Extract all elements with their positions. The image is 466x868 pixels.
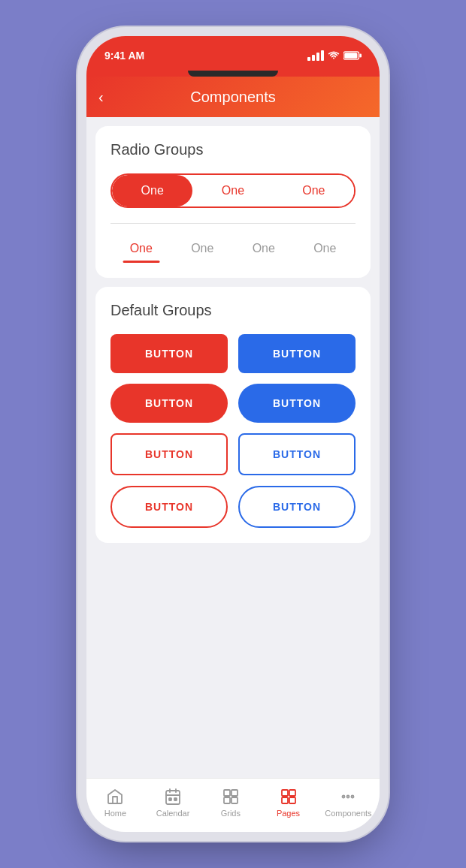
components-icon: [338, 787, 358, 806]
notch-area: [86, 69, 380, 77]
btn-blue-outline[interactable]: BUTTON: [238, 433, 356, 475]
btn-blue-outline-round[interactable]: BUTTON: [238, 486, 356, 528]
notch: [188, 71, 278, 77]
divider: [110, 223, 356, 224]
btn-red-solid-round[interactable]: BUTTON: [110, 384, 228, 423]
nav-grids-label: Grids: [221, 809, 241, 818]
radio-underline-item-2[interactable]: One: [172, 236, 234, 263]
svg-rect-9: [231, 797, 238, 803]
radio-underline-item-3[interactable]: One: [233, 236, 295, 263]
bottom-nav: Home Calendar: [86, 778, 380, 832]
svg-rect-4: [169, 798, 171, 800]
page-title: Components: [190, 89, 275, 106]
default-groups-title: Default Groups: [110, 302, 356, 319]
nav-home-label: Home: [104, 809, 126, 818]
status-icons: [307, 50, 362, 61]
svg-rect-13: [289, 797, 295, 803]
nav-calendar[interactable]: Calendar: [152, 787, 194, 818]
svg-rect-1: [359, 53, 362, 57]
status-bar: 9:41 AM: [86, 36, 380, 69]
btn-red-outline-round[interactable]: BUTTON: [110, 486, 228, 528]
battery-icon: [343, 51, 362, 60]
button-grid: BUTTON BUTTON BUTTON BUTTON BUTTON BUTTO…: [110, 334, 356, 528]
calendar-icon: [163, 787, 183, 806]
phone-outer: 9:41 AM: [0, 0, 466, 868]
home-icon: [105, 787, 125, 806]
radio-groups-card: Radio Groups One One One One One One One: [95, 126, 371, 278]
back-button[interactable]: ‹: [98, 89, 104, 106]
signal-icon: [307, 50, 324, 61]
svg-rect-10: [282, 790, 288, 796]
main-content: Radio Groups One One One One One One One: [86, 117, 380, 778]
radio-underline-item-4[interactable]: One: [295, 236, 356, 263]
radio-underline-group: One One One One: [110, 236, 356, 263]
wifi-icon: [328, 51, 340, 60]
svg-rect-12: [282, 797, 288, 803]
btn-red-outline[interactable]: BUTTON: [110, 433, 228, 475]
svg-rect-11: [289, 790, 295, 796]
radio-pill-item-3[interactable]: One: [274, 175, 354, 206]
nav-pages-label: Pages: [277, 809, 300, 818]
radio-pill-item-1[interactable]: One: [112, 175, 192, 206]
phone-frame: 9:41 AM: [86, 36, 380, 832]
radio-underline-item-1[interactable]: One: [110, 236, 172, 263]
radio-pill-group: One One One: [110, 173, 356, 208]
svg-point-16: [352, 796, 354, 798]
radio-groups-title: Radio Groups: [110, 141, 356, 158]
svg-rect-7: [231, 790, 238, 796]
btn-blue-solid-round[interactable]: BUTTON: [238, 384, 356, 423]
svg-point-14: [347, 796, 350, 798]
grids-icon: [221, 787, 241, 806]
btn-blue-solid[interactable]: BUTTON: [238, 334, 356, 373]
svg-rect-3: [166, 791, 180, 804]
default-groups-card: Default Groups BUTTON BUTTON BUTTON BUTT…: [95, 287, 371, 543]
nav-components[interactable]: Components: [325, 787, 371, 818]
svg-rect-5: [174, 798, 177, 800]
svg-rect-8: [224, 797, 230, 803]
nav-home[interactable]: Home: [94, 787, 136, 818]
nav-components-label: Components: [325, 809, 371, 818]
radio-pill-item-2[interactable]: One: [192, 175, 273, 206]
btn-red-solid[interactable]: BUTTON: [110, 334, 228, 373]
app-header: ‹ Components: [86, 77, 380, 117]
nav-calendar-label: Calendar: [156, 809, 190, 818]
svg-rect-6: [224, 790, 230, 796]
nav-grids[interactable]: Grids: [210, 787, 252, 818]
svg-rect-2: [344, 53, 357, 59]
svg-point-15: [343, 796, 345, 798]
status-time: 9:41 AM: [104, 50, 144, 62]
nav-pages[interactable]: Pages: [268, 787, 310, 818]
pages-icon: [279, 787, 298, 806]
